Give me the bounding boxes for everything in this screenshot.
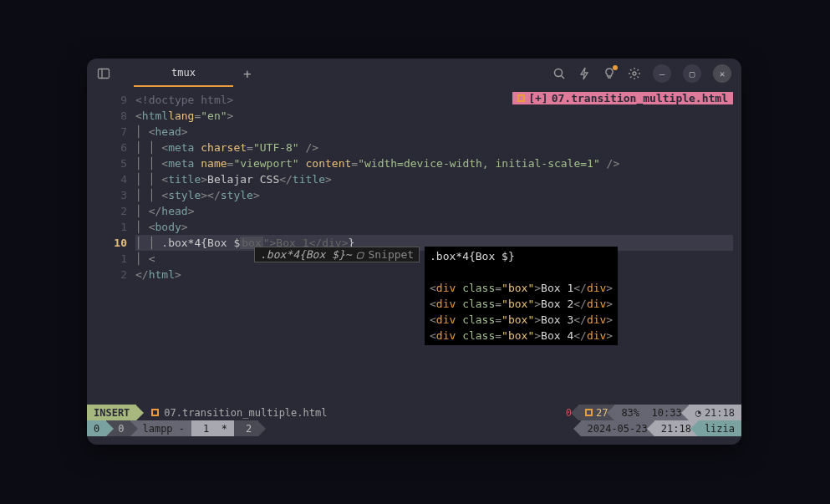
maximize-button[interactable]: ▢ <box>683 64 701 83</box>
svg-rect-0 <box>99 69 109 79</box>
tmux-window-0-name[interactable]: lampp - <box>130 420 191 436</box>
gear-icon[interactable] <box>628 67 641 80</box>
line-gutter: 9876543211012 <box>87 89 135 405</box>
statusbar: INSERT 07.transition_multiple.html 0 27 … <box>87 405 741 420</box>
close-button[interactable]: ✕ <box>713 64 731 83</box>
status-pos-icon <box>585 409 593 416</box>
emmet-preview: .box*4{Box $} <div class="box">Box 1</di… <box>425 247 618 345</box>
sidebar-toggle-icon[interactable] <box>97 67 110 80</box>
tmux-session[interactable]: 0 <box>87 420 106 436</box>
status-file-name: 07.transition_multiple.html <box>164 407 327 419</box>
tab-tmux[interactable]: tmux <box>134 60 233 87</box>
minimize-button[interactable]: – <box>653 64 671 83</box>
tmux-statusbar: 0 0 lampp - 1 * 2 2024-05-23 21:18 lizia <box>87 420 741 436</box>
snippet-icon: ▢ <box>357 248 364 261</box>
autocomplete-popup[interactable]: .box*4{Box $}~ ▢ Snippet <box>254 247 420 262</box>
clock-icon: ◔ <box>695 407 701 419</box>
suggest-text: .box*4{Box $}~ <box>260 248 352 261</box>
editor-area[interactable]: [+] 07.transition_multiple.html 98765432… <box>87 89 741 405</box>
status-percent: 83% 10:33 <box>614 405 688 420</box>
bolt-icon[interactable] <box>578 67 591 80</box>
tmux-window-2[interactable]: 2 <box>234 420 258 436</box>
tmux-user: lizia <box>698 420 741 436</box>
terminal-window: tmux + – ▢ ✕ [+] 07.transitio <box>87 59 741 445</box>
status-file: 07.transition_multiple.html <box>145 405 334 420</box>
svg-point-5 <box>633 72 636 75</box>
tmux-date: 2024-05-23 <box>581 420 654 436</box>
titlebar: tmux + – ▢ ✕ <box>87 59 741 89</box>
status-file-icon <box>151 409 159 416</box>
status-pos-value: 27 <box>596 407 608 419</box>
hint-icon[interactable] <box>603 67 616 80</box>
status-clock: ◔ 21:18 <box>689 405 741 420</box>
tmux-window-1[interactable]: 1 * <box>191 420 234 436</box>
suggest-kind: Snippet <box>368 248 414 261</box>
svg-line-3 <box>562 76 565 79</box>
search-icon[interactable] <box>552 67 566 80</box>
mode-indicator: INSERT <box>87 405 136 420</box>
notification-dot <box>613 65 618 70</box>
svg-point-2 <box>555 69 563 77</box>
tab-add-button[interactable]: + <box>233 66 262 82</box>
